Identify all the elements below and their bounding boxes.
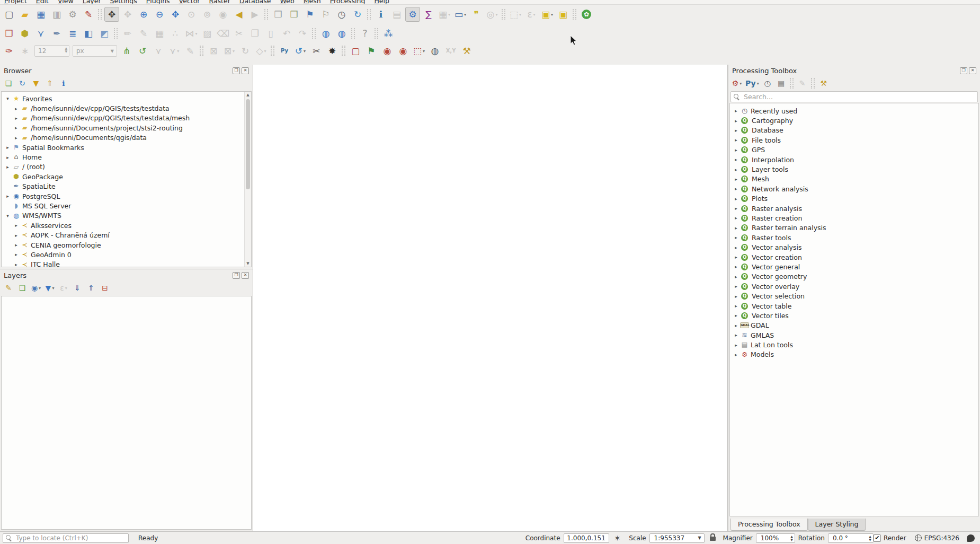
menu-raster[interactable]: Raster — [209, 0, 230, 5]
tree-item-root[interactable]: ▸▱/ (root) — [2, 162, 251, 172]
expander-icon[interactable]: ▸ — [732, 206, 740, 211]
expander-icon[interactable]: ▸ — [12, 233, 20, 238]
properties-widget-button[interactable]: ℹ — [57, 77, 70, 90]
tree-item-vector-analysis[interactable]: ▸QVector analysis — [730, 242, 978, 252]
tree-item-lat-lon-tools[interactable]: ▸▤Lat Lon tools — [730, 340, 978, 349]
toolbox-float-button[interactable]: ❐ — [960, 67, 967, 74]
zoom-last-button[interactable]: ◀ — [231, 7, 246, 22]
tree-item-recently-used[interactable]: ▸◷Recently used — [730, 106, 978, 116]
new-map-view-button[interactable]: ❒ — [271, 7, 286, 22]
tree-item-postgresql[interactable]: ▸◉PostgreSQL — [2, 191, 251, 201]
save-layer-edits-button[interactable]: ▦ — [152, 26, 167, 41]
share-map-service-button[interactable]: ✿ — [579, 7, 594, 22]
zoom-full-button[interactable]: ✥ — [168, 7, 183, 22]
tree-item-home-isunni-documents-qgis-data[interactable]: ▸▰/home/isunni/Documents/qgis/data — [2, 133, 251, 143]
xy-tools-button[interactable]: X,Y — [443, 43, 458, 58]
open-project-button[interactable]: ▰ — [17, 7, 32, 22]
collapse-all-button[interactable]: ⇑ — [43, 77, 56, 90]
tree-item-plots[interactable]: ▸QPlots — [730, 194, 978, 204]
identify-features-button[interactable]: ℹ — [373, 7, 388, 22]
scroll-up-icon[interactable]: ▲ — [245, 93, 251, 97]
processing-options-button[interactable]: ⚒ — [817, 77, 830, 90]
tree-item-home-isunni-dev-cpp-qgis-tests-testdata[interactable]: ▸▰/home/isunni/dev/cpp/QGIS/tests/testda… — [2, 103, 251, 113]
new-project-button[interactable]: ▢ — [2, 7, 16, 22]
select-features-button[interactable]: ⬚▾ — [508, 7, 523, 22]
attribute-table-button[interactable]: ▦▾ — [437, 7, 452, 22]
spin-down-icon[interactable]: ▼ — [790, 538, 793, 541]
layers-float-button[interactable]: ❐ — [233, 272, 240, 279]
new-geopackage-layer-button[interactable]: ⬢ — [17, 26, 32, 41]
vertex-tool-button[interactable]: ⋈▾ — [184, 26, 199, 41]
extents-toggle-icon[interactable]: ✶ — [611, 533, 624, 543]
tree-item-database[interactable]: ▸QDatabase — [730, 126, 978, 135]
new-spatial-bookmark-button[interactable]: ⚑ — [302, 7, 317, 22]
gcp-extent-button[interactable]: ⬚▾ — [412, 43, 426, 58]
move-feature-button[interactable]: ⊠ — [206, 43, 221, 58]
magnifier-spinbox[interactable]: 100% ▲▼ — [756, 533, 795, 543]
undo-button[interactable]: ↶ — [279, 26, 294, 41]
remove-layer-button[interactable]: ⊟ — [99, 282, 111, 294]
labeling-options-button[interactable]: ∗ — [17, 43, 32, 58]
metasearch-button[interactable]: ◍ — [318, 26, 333, 41]
expander-icon[interactable]: ▸ — [12, 242, 20, 248]
expander-icon[interactable]: ▸ — [732, 137, 740, 143]
tree-item-spatialite[interactable]: ✒SpatiaLite — [2, 182, 251, 191]
add-group-button[interactable]: ❏ — [16, 282, 29, 294]
expander-icon[interactable]: ▸ — [732, 235, 740, 240]
gcp-edit-point-button[interactable]: ◉ — [396, 43, 411, 58]
expander-icon[interactable]: ▸ — [732, 245, 740, 250]
expander-icon[interactable]: ▸ — [12, 125, 20, 130]
gcp-add-point-button[interactable]: ◉ — [380, 43, 395, 58]
results-viewer-button[interactable]: ▤ — [775, 77, 788, 90]
save-project-button[interactable]: ▦ — [33, 7, 48, 22]
zoom-to-layer-button[interactable]: ⊚ — [200, 7, 215, 22]
python-console-button[interactable]: Py — [277, 43, 292, 58]
expander-icon[interactable]: ▸ — [732, 303, 740, 309]
paste-features-button[interactable]: ▯ — [263, 26, 278, 41]
pin-labels-button[interactable]: ⋔ — [119, 43, 134, 58]
georeferencer-button[interactable]: ⚑ — [364, 43, 379, 58]
field-calculator-button[interactable]: ▤ — [389, 7, 404, 22]
plugin-bug-button[interactable]: ✸ — [325, 43, 340, 58]
tree-item-spatial-bookmarks[interactable]: ▸⚑Spatial Bookmarks — [2, 143, 251, 152]
expander-icon[interactable]: ▸ — [732, 177, 740, 182]
tree-item-gmlas[interactable]: ▸≋GMLAS — [730, 330, 978, 340]
zoom-native-button[interactable]: ◉ — [216, 7, 230, 22]
tree-item-gps[interactable]: ▸QGPS — [730, 145, 978, 155]
tree-item-vector-general[interactable]: ▸QVector general — [730, 262, 978, 271]
new-3d-map-view-button[interactable]: ❒ — [287, 7, 301, 22]
tree-item-alksservices[interactable]: ▸≺Alksservices — [2, 221, 251, 230]
expander-icon[interactable]: ▸ — [732, 313, 740, 318]
expander-icon[interactable]: ▸ — [4, 145, 12, 150]
expander-icon[interactable]: ▸ — [732, 343, 740, 348]
expander-icon[interactable]: ▸ — [732, 225, 740, 231]
new-gpx-layer-button[interactable]: ◩ — [97, 26, 112, 41]
coordinate-input[interactable]: 1.000,0.151 — [564, 533, 609, 543]
scroll-down-icon[interactable]: ▼ — [245, 261, 251, 266]
render-checkbox[interactable]: ✔ — [874, 534, 881, 542]
labeling-button[interactable]: ✑ — [2, 43, 16, 58]
tab-processing-toolbox[interactable]: Processing Toolbox — [730, 519, 808, 531]
expander-icon[interactable]: ▸ — [732, 108, 740, 113]
tree-item-raster-terrain-analysis[interactable]: ▸QRaster terrain analysis — [730, 223, 978, 233]
pan-to-selection-button[interactable]: ✥ — [120, 7, 135, 22]
expander-icon[interactable]: ▸ — [4, 155, 12, 160]
gml-application-schema-button[interactable]: ✂ — [309, 43, 324, 58]
processing-toolbox-button[interactable]: ⚙ — [405, 7, 420, 22]
tree-item-vector-tiles[interactable]: ▸QVector tiles — [730, 311, 978, 320]
measure-line-button[interactable]: ▭▾ — [453, 7, 468, 22]
collapse-all-layers-button[interactable]: ⇑ — [85, 282, 97, 294]
expander-icon[interactable]: ▸ — [12, 223, 20, 228]
crs-status[interactable]: EPSG:4326 — [924, 534, 959, 542]
redo-button[interactable]: ↷ — [295, 26, 310, 41]
menu-database[interactable]: Database — [239, 0, 271, 5]
tree-item-home[interactable]: ▸⌂Home — [2, 152, 251, 162]
toggle-editing-button[interactable]: ✎ — [136, 26, 151, 41]
topology-checker-button[interactable]: ⁂ — [381, 26, 396, 41]
tree-item-interpolation[interactable]: ▸QInterpolation — [730, 155, 978, 164]
expander-icon[interactable]: ▸ — [732, 274, 740, 279]
expander-icon[interactable]: ▸ — [732, 332, 740, 338]
globe-mesh-button[interactable]: ◍ — [427, 43, 442, 58]
layers-close-button[interactable]: ✕ — [242, 272, 249, 279]
filter-by-expression-button[interactable]: ε▾ — [57, 282, 70, 294]
